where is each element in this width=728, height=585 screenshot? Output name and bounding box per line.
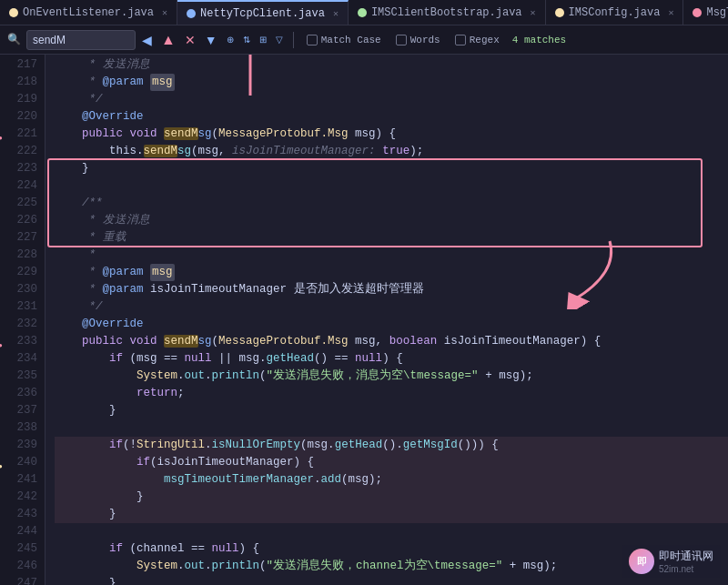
code-line-228: *: [55, 247, 728, 264]
tab-close-icon[interactable]: ✕: [333, 8, 339, 19]
ln-230: 230: [4, 281, 37, 298]
code-line-233: public void sendMsg(MessageProtobuf.Msg …: [55, 333, 728, 350]
ln-223: 223: [4, 160, 37, 177]
ln-232: 232: [4, 316, 37, 333]
ln-225: 225: [4, 195, 37, 212]
tab-label: OnEventListener.java: [23, 6, 154, 19]
ln-219: 219: [4, 91, 37, 108]
tab-label: NettyTcpClient.java: [200, 7, 325, 20]
code-line-240: if(isJoinTimeoutManager) {: [55, 454, 728, 471]
tab-label: IMSClientBootstrap.java: [371, 6, 522, 19]
regex-checkbox[interactable]: [455, 35, 466, 45]
code-line-232: @Override: [55, 316, 728, 333]
tab-ims-config[interactable]: IMSConfig.java ✕: [546, 0, 684, 25]
code-line-229: * @param msg: [55, 264, 728, 281]
ln-238: 238: [4, 419, 37, 437]
ln-229: 229: [4, 264, 37, 281]
code-content: * 发送消息 * @param msg */ @Override public …: [46, 55, 728, 585]
clear-search-button[interactable]: ✕: [182, 31, 198, 49]
tab-close-icon[interactable]: ✕: [162, 7, 167, 18]
code-line-225: /**: [55, 195, 728, 212]
ln-236: 236: [4, 385, 37, 402]
ln-241: 241: [4, 471, 37, 489]
code-line-237: }: [55, 402, 728, 419]
match-case-option[interactable]: Match Case: [301, 32, 387, 48]
tab-msg-timeout-timer[interactable]: MsgTimeoutTimer.java ✕: [683, 0, 728, 25]
ln-235: 235: [4, 368, 37, 385]
tab-netty-tcp-client[interactable]: NettyTcpClient.java ✕: [177, 0, 349, 25]
ln-245: 245: [4, 540, 37, 558]
tab-ims-client-bootstrap[interactable]: IMSClientBootstrap.java ✕: [349, 0, 546, 25]
tab-close-icon[interactable]: ✕: [668, 7, 673, 18]
matches-count: 4 matches: [512, 35, 566, 45]
ln-220: 220: [4, 108, 37, 126]
tab-close-icon[interactable]: ✕: [531, 7, 536, 18]
code-line-241: msgTimeoutTimerManager.add(msg);: [55, 471, 728, 489]
ln-217: 217: [4, 56, 37, 74]
code-line-219: */: [55, 91, 728, 108]
next-match-button[interactable]: ▲: [158, 30, 178, 50]
nav-up-button[interactable]: ▼: [202, 31, 220, 49]
code-line-231: */: [55, 298, 728, 316]
code-line-238: [55, 419, 728, 437]
regex-label: Regex: [470, 35, 500, 45]
code-line-224: [55, 177, 728, 195]
ln-228: 228: [4, 247, 37, 264]
ln-233: 233: [4, 333, 37, 350]
ln-224: 224: [4, 177, 37, 195]
match-case-checkbox[interactable]: [307, 35, 318, 45]
code-line-230: * @param isJoinTimeoutManager 是否加入发送超时管理…: [55, 281, 728, 298]
code-line-235: System.out.println("发送消息失败，消息为空\tmessage…: [55, 368, 728, 385]
code-line-234: if (msg == null || msg.getHead() == null…: [55, 350, 728, 368]
ln-244: 244: [4, 523, 37, 540]
ln-239: 239: [4, 437, 37, 454]
code-line-223: }: [55, 160, 728, 177]
words-label: Words: [410, 35, 440, 45]
ln-227: 227: [4, 229, 37, 247]
tab-label: MsgTimeoutTimer.java: [706, 6, 728, 19]
line-numbers: 217 218 219 220 221 222 223 224 225 226 …: [0, 55, 46, 585]
search-input[interactable]: [26, 30, 136, 50]
ln-237: 237: [4, 402, 37, 419]
ln-243: 243: [4, 506, 37, 523]
separator: [293, 32, 294, 48]
ln-222: 222: [4, 143, 37, 160]
code-line-226: * 发送消息: [55, 212, 728, 229]
filter-button[interactable]: ⇅: [240, 33, 253, 46]
filter-icon-button[interactable]: ▽: [273, 33, 286, 46]
code-line-221: public void sendMsg(MessageProtobuf.Msg …: [55, 126, 728, 143]
match-options-button[interactable]: ⊞: [257, 33, 269, 46]
code-line-244: [55, 523, 728, 540]
code-line-236: return;: [55, 385, 728, 402]
tab-bar: OnEventListener.java ✕ NettyTcpClient.ja…: [0, 0, 728, 25]
prev-match-button[interactable]: ◀: [139, 31, 155, 49]
search-bar: 🔍 ◀ ▲ ✕ ▼ ⊕ ⇅ ⊞ ▽ Match Case Words Regex…: [0, 25, 728, 55]
ln-247: 247: [4, 575, 37, 585]
watermark-logo: 即: [629, 549, 654, 574]
tab-label: IMSConfig.java: [569, 6, 661, 19]
words-option[interactable]: Words: [390, 32, 446, 48]
match-case-label: Match Case: [321, 35, 381, 45]
code-line-218: * @param msg: [55, 74, 728, 91]
code-area: 217 218 219 220 221 222 223 224 225 226 …: [0, 55, 728, 585]
code-line-222: this.sendMsg(msg, isJoinTimeoutManager: …: [55, 143, 728, 160]
search-icon: 🔍: [7, 33, 21, 46]
watermark: 即 即时通讯网 52im.net: [622, 545, 721, 578]
ln-246: 246: [4, 558, 37, 575]
ln-231: 231: [4, 298, 37, 316]
ln-242: 242: [4, 489, 37, 506]
ln-234: 234: [4, 350, 37, 368]
code-line-242: }: [55, 489, 728, 506]
watermark-text: 即时通讯网 52im.net: [659, 549, 713, 574]
code-line-220: @Override: [55, 108, 728, 126]
code-line-239: if(!StringUtil.isNullOrEmpty(msg.getHead…: [55, 437, 728, 454]
ln-221: 221: [4, 126, 37, 143]
code-line-243: }: [55, 506, 728, 523]
ln-218: 218: [4, 74, 37, 91]
words-checkbox[interactable]: [396, 35, 407, 45]
regex-option[interactable]: Regex: [450, 32, 505, 48]
ln-240: 240: [4, 454, 37, 471]
find-all-button[interactable]: ⊕: [224, 33, 237, 46]
tab-on-event-listener[interactable]: OnEventListener.java ✕: [0, 0, 177, 25]
code-line-217: * 发送消息: [55, 56, 728, 74]
